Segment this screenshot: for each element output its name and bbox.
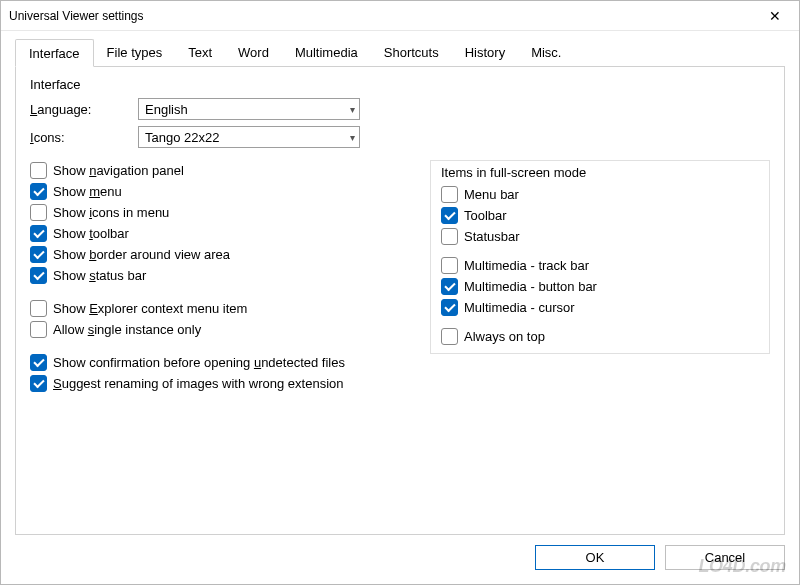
client-area: InterfaceFile typesTextWordMultimediaSho… xyxy=(1,31,799,535)
checkbox[interactable] xyxy=(30,267,47,284)
checkbox[interactable] xyxy=(30,225,47,242)
cancel-button[interactable]: Cancel xyxy=(665,545,785,570)
right-column: Items in full-screen mode Menu barToolba… xyxy=(430,160,770,394)
checkbox-label: Show border around view area xyxy=(53,247,230,262)
left-column: Show navigation panelShow menuShow icons… xyxy=(30,160,400,394)
left-row[interactable]: Show toolbar xyxy=(30,223,400,244)
right-row[interactable]: Menu bar xyxy=(441,184,759,205)
checkbox-label: Show navigation panel xyxy=(53,163,184,178)
checkbox[interactable] xyxy=(441,186,458,203)
checkbox[interactable] xyxy=(30,375,47,392)
language-value: English xyxy=(145,102,188,117)
checkbox-label: Menu bar xyxy=(464,187,519,202)
titlebar: Universal Viewer settings ✕ xyxy=(1,1,799,31)
chevron-down-icon: ▾ xyxy=(350,104,355,115)
left2-row[interactable]: Allow single instance only xyxy=(30,319,400,340)
settings-window: Universal Viewer settings ✕ InterfaceFil… xyxy=(0,0,800,585)
right2-row[interactable]: Multimedia - button bar xyxy=(441,276,759,297)
language-label: Language: xyxy=(30,102,138,117)
left-row[interactable]: Show menu xyxy=(30,181,400,202)
checkbox[interactable] xyxy=(30,354,47,371)
checkbox-label: Multimedia - cursor xyxy=(464,300,575,315)
fullscreen-box: Items in full-screen mode Menu barToolba… xyxy=(430,160,770,354)
right2-row[interactable]: Multimedia - cursor xyxy=(441,297,759,318)
checkbox-label: Statusbar xyxy=(464,229,520,244)
left-row[interactable]: Show icons in menu xyxy=(30,202,400,223)
button-row: OK Cancel xyxy=(1,535,799,584)
row-icons: Icons: Tango 22x22 ▾ xyxy=(30,126,770,148)
window-title: Universal Viewer settings xyxy=(9,9,759,23)
columns: Show navigation panelShow menuShow icons… xyxy=(30,160,770,394)
checkbox[interactable] xyxy=(30,204,47,221)
checkbox-label: Show menu xyxy=(53,184,122,199)
tab-misc-[interactable]: Misc. xyxy=(518,39,574,66)
ok-button[interactable]: OK xyxy=(535,545,655,570)
right3-row[interactable]: Always on top xyxy=(441,326,759,347)
checkbox[interactable] xyxy=(30,183,47,200)
checkbox-label: Show status bar xyxy=(53,268,146,283)
checkbox-label: Show icons in menu xyxy=(53,205,169,220)
checkbox-label: Toolbar xyxy=(464,208,507,223)
icons-select[interactable]: Tango 22x22 ▾ xyxy=(138,126,360,148)
group-heading: Interface xyxy=(30,77,770,92)
right-row[interactable]: Toolbar xyxy=(441,205,759,226)
tab-panel-interface: Interface Language: English ▾ Icons: Tan… xyxy=(15,67,785,535)
fullscreen-heading: Items in full-screen mode xyxy=(441,165,759,180)
right2-row[interactable]: Multimedia - track bar xyxy=(441,255,759,276)
tab-text[interactable]: Text xyxy=(175,39,225,66)
checkbox-label: Allow single instance only xyxy=(53,322,201,337)
left3-row[interactable]: Suggest renaming of images with wrong ex… xyxy=(30,373,400,394)
icons-value: Tango 22x22 xyxy=(145,130,219,145)
right-row[interactable]: Statusbar xyxy=(441,226,759,247)
checkbox[interactable] xyxy=(441,278,458,295)
checkbox[interactable] xyxy=(30,321,47,338)
checkbox[interactable] xyxy=(30,162,47,179)
left3-row[interactable]: Show confirmation before opening undetec… xyxy=(30,352,400,373)
icons-label: Icons: xyxy=(30,130,138,145)
checkbox-label: Always on top xyxy=(464,329,545,344)
close-icon[interactable]: ✕ xyxy=(759,9,791,23)
checkbox[interactable] xyxy=(441,207,458,224)
tab-word[interactable]: Word xyxy=(225,39,282,66)
tab-shortcuts[interactable]: Shortcuts xyxy=(371,39,452,66)
left-row[interactable]: Show navigation panel xyxy=(30,160,400,181)
checkbox-label: Show Explorer context menu item xyxy=(53,301,247,316)
tab-multimedia[interactable]: Multimedia xyxy=(282,39,371,66)
row-language: Language: English ▾ xyxy=(30,98,770,120)
language-select[interactable]: English ▾ xyxy=(138,98,360,120)
checkbox-label: Show toolbar xyxy=(53,226,129,241)
checkbox[interactable] xyxy=(441,299,458,316)
chevron-down-icon: ▾ xyxy=(350,132,355,143)
checkbox[interactable] xyxy=(30,300,47,317)
left2-row[interactable]: Show Explorer context menu item xyxy=(30,298,400,319)
checkbox-label: Show confirmation before opening undetec… xyxy=(53,355,345,370)
tab-bar: InterfaceFile typesTextWordMultimediaSho… xyxy=(15,39,785,67)
tab-file-types[interactable]: File types xyxy=(94,39,176,66)
checkbox-label: Multimedia - button bar xyxy=(464,279,597,294)
checkbox[interactable] xyxy=(30,246,47,263)
checkbox[interactable] xyxy=(441,228,458,245)
checkbox[interactable] xyxy=(441,328,458,345)
checkbox-label: Multimedia - track bar xyxy=(464,258,589,273)
checkbox[interactable] xyxy=(441,257,458,274)
checkbox-label: Suggest renaming of images with wrong ex… xyxy=(53,376,344,391)
left-row[interactable]: Show status bar xyxy=(30,265,400,286)
tab-history[interactable]: History xyxy=(452,39,518,66)
tab-interface[interactable]: Interface xyxy=(15,39,94,67)
left-row[interactable]: Show border around view area xyxy=(30,244,400,265)
